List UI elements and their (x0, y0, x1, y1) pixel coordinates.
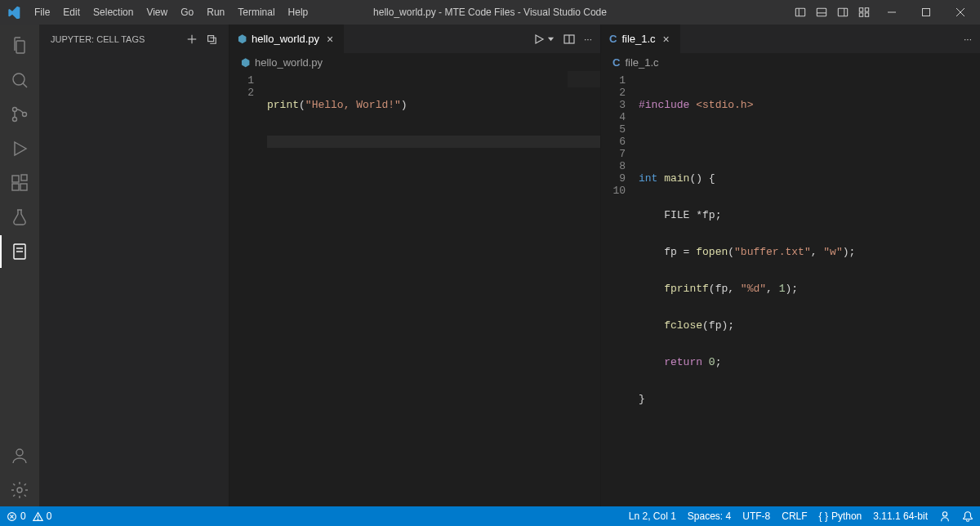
run-debug-icon[interactable] (0, 132, 39, 165)
svg-point-27 (16, 449, 23, 456)
title-bar-right (792, 0, 975, 25)
more-actions-icon[interactable]: ··· (584, 33, 592, 45)
toggle-primary-sidebar-icon[interactable] (792, 4, 808, 20)
python-file-icon: ⬢ (241, 56, 250, 69)
code-editor-right[interactable]: 1 2 3 4 5 6 7 8 9 10 #include <stdio.h> … (601, 71, 980, 506)
svg-rect-2 (817, 8, 826, 16)
search-icon[interactable] (0, 64, 39, 96)
svg-point-42 (942, 512, 947, 516)
svg-marker-33 (548, 38, 554, 42)
menu-go[interactable]: Go (174, 0, 200, 25)
extensions-icon[interactable] (0, 167, 39, 199)
svg-point-16 (13, 108, 17, 112)
tab-label: file_1.c (621, 33, 655, 45)
svg-rect-21 (12, 184, 19, 190)
gutter-left: 1 2 (229, 71, 264, 506)
status-eol[interactable]: CRLF (782, 510, 807, 522)
status-encoding[interactable]: UTF-8 (742, 510, 770, 522)
tab-file-1-c[interactable]: C file_1.c × (601, 25, 681, 53)
language-braces-icon: { } (819, 510, 828, 522)
side-panel: JUPYTER: CELL TAGS (39, 25, 229, 506)
menu-run[interactable]: Run (200, 0, 231, 25)
activity-bar (0, 25, 39, 506)
status-bell-icon[interactable] (962, 510, 973, 522)
status-interpreter[interactable]: 3.11.1 64-bit (873, 510, 928, 522)
code-editor-left[interactable]: 1 2 print("Hello, World!") (229, 71, 600, 506)
status-indent[interactable]: Spaces: 4 (688, 510, 731, 522)
status-warnings[interactable]: 0 (33, 510, 52, 522)
code-content-right[interactable]: #include <stdio.h> int main() { FILE *fp… (635, 71, 980, 506)
sidebar-title: JUPYTER: CELL TAGS (51, 34, 145, 44)
window-close-button[interactable] (946, 0, 975, 25)
breadcrumb-label: hello_world.py (255, 56, 323, 69)
window-minimize-button[interactable] (877, 0, 906, 25)
tabs-row-right: C file_1.c × ··· (601, 25, 980, 53)
status-bar: 0 0 Ln 2, Col 1 Spaces: 4 UTF-8 CRLF { }… (0, 506, 980, 526)
toggle-secondary-sidebar-icon[interactable] (835, 4, 851, 20)
window-maximize-button[interactable] (911, 0, 941, 25)
svg-point-14 (13, 74, 24, 85)
tabs-row-left: ⬢ hello_world.py × ··· (229, 25, 600, 53)
svg-rect-6 (859, 8, 862, 11)
run-dropdown-icon[interactable] (547, 35, 555, 42)
vscode-logo-icon (0, 6, 28, 19)
workbench-body: JUPYTER: CELL TAGS ⬢ hello_world.py × (0, 25, 980, 506)
svg-rect-4 (838, 8, 847, 16)
minimap-left[interactable] (568, 71, 600, 87)
svg-point-18 (23, 113, 27, 117)
run-play-icon[interactable] (532, 33, 546, 46)
python-file-icon: ⬢ (238, 33, 247, 45)
svg-rect-8 (859, 13, 862, 16)
error-icon (7, 511, 17, 522)
editor-group-1: ⬢ hello_world.py × ··· ⬢ hello_world.py … (229, 25, 600, 506)
svg-rect-23 (21, 175, 27, 181)
svg-point-28 (17, 488, 22, 493)
svg-line-15 (23, 83, 27, 87)
warning-icon (33, 511, 43, 522)
breadcrumb-right[interactable]: C file_1.c (601, 53, 980, 71)
menu-selection[interactable]: Selection (87, 0, 140, 25)
more-actions-icon[interactable]: ··· (964, 33, 972, 45)
editor-area: ⬢ hello_world.py × ··· ⬢ hello_world.py … (229, 25, 980, 506)
split-editor-icon[interactable] (563, 33, 576, 46)
editor-actions-left: ··· (524, 25, 600, 53)
menu-edit[interactable]: Edit (56, 0, 87, 25)
menu-terminal[interactable]: Terminal (231, 0, 281, 25)
testing-icon[interactable] (0, 201, 39, 234)
menu-view[interactable]: View (140, 0, 174, 25)
status-left: 0 0 (7, 510, 51, 522)
code-content-left[interactable]: print("Hello, World!") (264, 71, 600, 506)
svg-rect-0 (795, 8, 804, 16)
menu-file[interactable]: File (28, 0, 56, 25)
add-icon[interactable] (186, 33, 198, 45)
tab-label: hello_world.py (252, 33, 319, 45)
explorer-icon[interactable] (0, 29, 39, 62)
collapse-all-icon[interactable] (206, 33, 217, 45)
status-language[interactable]: { } Python (819, 510, 862, 522)
title-bar: File Edit Selection View Go Run Terminal… (0, 0, 980, 25)
close-tab-icon[interactable]: × (324, 33, 336, 45)
breadcrumb-left[interactable]: ⬢ hello_world.py (229, 53, 600, 71)
c-file-icon: C (609, 33, 617, 45)
svg-rect-31 (208, 35, 214, 41)
source-control-icon[interactable] (0, 98, 39, 131)
status-ln-col[interactable]: Ln 2, Col 1 (629, 510, 676, 522)
status-errors[interactable]: 0 (7, 510, 26, 522)
tab-hello-world-py[interactable]: ⬢ hello_world.py × (229, 25, 345, 53)
svg-rect-20 (12, 176, 19, 182)
close-tab-icon[interactable]: × (661, 33, 672, 45)
c-file-icon: C (612, 56, 620, 69)
svg-point-41 (38, 519, 38, 519)
customize-layout-icon[interactable] (856, 4, 872, 20)
breadcrumb-label: file_1.c (625, 56, 658, 69)
menu-help[interactable]: Help (282, 0, 315, 25)
accounts-icon[interactable] (0, 439, 39, 472)
svg-rect-9 (865, 13, 868, 16)
svg-rect-22 (20, 184, 27, 190)
jupyter-icon[interactable] (0, 235, 39, 268)
svg-rect-7 (865, 8, 868, 11)
status-feedback-icon[interactable] (939, 510, 951, 522)
settings-gear-icon[interactable] (0, 474, 39, 506)
window-title: hello_world.py - MTE Code Files - Visual… (373, 7, 607, 18)
toggle-panel-icon[interactable] (813, 4, 830, 20)
